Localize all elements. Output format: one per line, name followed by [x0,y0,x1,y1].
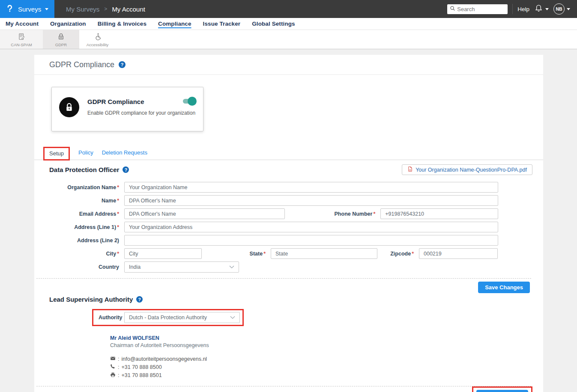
page-title: GDPR Compliance [49,60,114,69]
contact-email-line: : info@autoriteitpersoonsgegevens.nl [110,356,543,362]
tab-deletion-requests[interactable]: Deletion Requests [102,149,147,160]
tab-issue-tracker[interactable]: Issue Tracker [203,21,241,27]
annotation-box-save: Save Changes [472,386,532,392]
form-row: Country India [49,261,498,273]
tab-compliance[interactable]: Compliance [158,21,191,27]
city-field[interactable] [124,248,202,259]
required-marker: * [373,211,375,217]
chevron-down-icon [545,8,549,10]
avatar: NB [553,3,565,15]
topbar-divider [512,4,513,14]
state-label: State* [207,251,266,257]
authority-label: Authority [99,315,119,321]
pdf-file-name: Your Organization Name-QuestionPro-DPA.p… [416,167,527,173]
separator: : [118,372,119,378]
authority-contact-lines: : info@autoriteitpersoonsgegevens.nl : +… [110,356,543,379]
state-field[interactable] [271,248,377,259]
contact-email: info@autoriteitpersoonsgegevens.nl [121,356,207,362]
tab-organization[interactable]: Organization [50,21,86,27]
name-label: Name* [49,198,119,204]
help-link[interactable]: Help [517,6,529,12]
search-box[interactable] [447,4,508,14]
account-menu[interactable]: NB [553,3,570,15]
zipcode-field[interactable] [419,248,498,259]
save-changes-button[interactable]: Save Changes [476,390,528,392]
country-select[interactable]: India [124,261,239,273]
form-row: Address (Line 1)* [49,222,498,232]
country-label: Country [49,264,119,270]
separator: : [118,356,119,362]
authority-contact-title: Chairman of Autoriteit Persoonsgegevens [110,342,543,348]
subtab-accessibility[interactable]: Accessibility [79,30,116,49]
address2-field[interactable] [124,235,498,246]
contact-fax: +31 70 888 8501 [121,372,161,378]
subtab-label: CAN-SPAM [11,42,32,47]
org-name-field[interactable] [124,182,498,193]
contact-phone: +31 70 888 8500 [121,364,161,370]
form-row: Organization Name* [49,182,498,193]
tab-setup[interactable]: Setup [49,150,64,157]
required-marker: * [117,224,119,230]
dpo-form: Organization Name* Name* Email Address* … [34,182,543,273]
phone-field[interactable] [380,208,498,219]
phone-icon [110,364,116,371]
phone-label: Phone Number* [290,211,376,217]
required-marker: * [263,251,266,257]
chevron-down-icon [230,315,235,321]
form-row: Address (Line 2) [49,235,498,246]
gdpr-toggle[interactable] [183,99,195,104]
product-switcher[interactable]: Surveys [0,0,54,18]
dpo-save-row: Save Changes [34,282,543,293]
notifications-button[interactable] [534,4,549,15]
annotation-box-setup: Setup [43,147,70,160]
envelope-icon [110,356,116,362]
subtab-label: GDPR [55,42,67,47]
gdpr-tabs: Setup Policy Deletion Requests [34,146,543,160]
lsa-heading-text: Lead Supervising Authority [49,296,133,303]
org-name-label: Organization Name* [49,184,119,190]
card-text: GDPR Compliance Enable GDPR compliance f… [87,94,195,131]
main-area: GDPR Compliance GDPR Compliance Enable G… [0,49,577,392]
required-marker: * [117,251,119,257]
email-field[interactable] [124,208,285,219]
fax-icon [110,372,116,379]
required-marker: * [117,211,119,217]
help-icon[interactable] [136,296,143,303]
lsa-heading-row: Lead Supervising Authority [34,296,543,303]
account-nav: My Account Organization Billing & Invoic… [0,18,577,30]
authority-select[interactable]: Dutch - Data Protection Authority [124,312,240,323]
chevron-down-icon [229,264,234,270]
address1-label: Address (Line 1)* [49,224,119,230]
chevron-down-icon [567,8,570,10]
search-input[interactable] [457,6,505,12]
subtab-can-spam[interactable]: CAN-SPAM [0,30,43,49]
email-label: Email Address* [49,211,119,217]
tab-global-settings[interactable]: Global Settings [252,21,295,27]
address1-field[interactable] [124,222,498,232]
subtab-label: Accessibility [87,42,109,47]
document-edit-icon [18,33,26,42]
help-icon[interactable] [123,166,129,173]
help-icon[interactable] [119,61,126,68]
tab-billing-invoices[interactable]: Billing & Invoices [98,21,146,27]
topbar-right: Help NB [447,3,577,15]
dpo-heading-text: Data Protection Officer [49,166,119,173]
section-divider [36,278,531,279]
lsa-save-row: Save Changes [34,386,543,392]
page-title-row: GDPR Compliance [34,55,543,75]
bell-icon [534,4,543,15]
form-row: City* State* Zipcode* [49,248,498,259]
lock-badge-icon [59,97,79,117]
dpa-pdf-button[interactable]: Your Organization Name-QuestionPro-DPA.p… [402,164,532,175]
subtab-gdpr[interactable]: GDPR [43,30,79,49]
accessibility-icon [93,33,102,42]
form-row: Name* [49,195,498,206]
tab-policy[interactable]: Policy [78,149,93,160]
save-changes-button[interactable]: Save Changes [478,282,530,293]
name-field[interactable] [124,195,498,206]
gdpr-enable-card: GDPR Compliance Enable GDPR compliance f… [51,87,203,131]
tab-my-account[interactable]: My Account [6,21,39,27]
lock-icon [57,33,65,42]
annotation-box-authority: Authority Dutch - Data Protection Author… [92,309,244,326]
breadcrumb-my-surveys[interactable]: My Surveys [66,6,99,13]
